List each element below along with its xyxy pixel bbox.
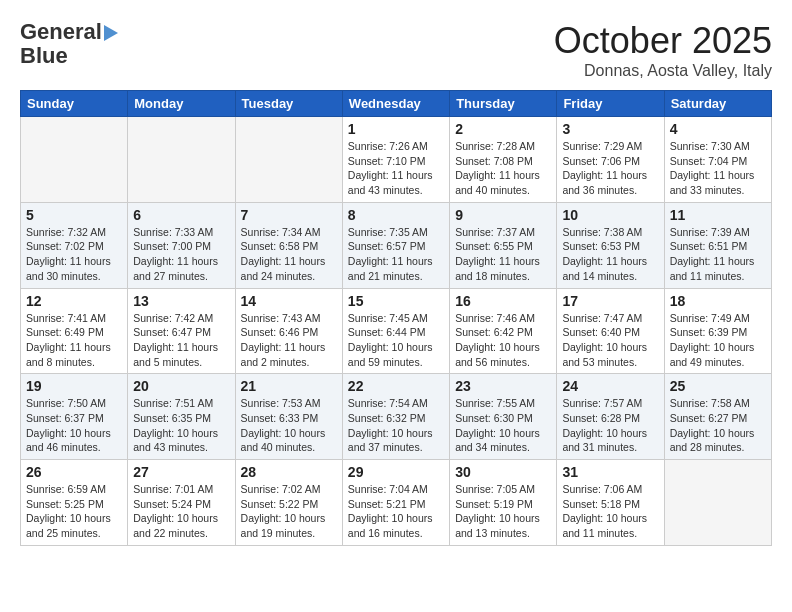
- calendar-cell: 7Sunrise: 7:34 AM Sunset: 6:58 PM Daylig…: [235, 202, 342, 288]
- calendar-cell: 17Sunrise: 7:47 AM Sunset: 6:40 PM Dayli…: [557, 288, 664, 374]
- calendar-cell: [128, 117, 235, 203]
- day-number: 17: [562, 293, 658, 309]
- day-number: 24: [562, 378, 658, 394]
- cell-info: Sunrise: 7:06 AM Sunset: 5:18 PM Dayligh…: [562, 482, 658, 541]
- cell-info: Sunrise: 7:28 AM Sunset: 7:08 PM Dayligh…: [455, 139, 551, 198]
- calendar-cell: 18Sunrise: 7:49 AM Sunset: 6:39 PM Dayli…: [664, 288, 771, 374]
- calendar-cell: 13Sunrise: 7:42 AM Sunset: 6:47 PM Dayli…: [128, 288, 235, 374]
- cell-info: Sunrise: 7:35 AM Sunset: 6:57 PM Dayligh…: [348, 225, 444, 284]
- weekday-header-row: SundayMondayTuesdayWednesdayThursdayFrid…: [21, 91, 772, 117]
- calendar-cell: 5Sunrise: 7:32 AM Sunset: 7:02 PM Daylig…: [21, 202, 128, 288]
- day-number: 13: [133, 293, 229, 309]
- day-number: 3: [562, 121, 658, 137]
- calendar-cell: 28Sunrise: 7:02 AM Sunset: 5:22 PM Dayli…: [235, 460, 342, 546]
- weekday-header-wednesday: Wednesday: [342, 91, 449, 117]
- day-number: 6: [133, 207, 229, 223]
- cell-info: Sunrise: 7:47 AM Sunset: 6:40 PM Dayligh…: [562, 311, 658, 370]
- calendar-cell: 27Sunrise: 7:01 AM Sunset: 5:24 PM Dayli…: [128, 460, 235, 546]
- calendar-week-row: 5Sunrise: 7:32 AM Sunset: 7:02 PM Daylig…: [21, 202, 772, 288]
- logo-general: General: [20, 20, 102, 44]
- calendar-cell: 15Sunrise: 7:45 AM Sunset: 6:44 PM Dayli…: [342, 288, 449, 374]
- cell-info: Sunrise: 7:46 AM Sunset: 6:42 PM Dayligh…: [455, 311, 551, 370]
- cell-info: Sunrise: 7:38 AM Sunset: 6:53 PM Dayligh…: [562, 225, 658, 284]
- location: Donnas, Aosta Valley, Italy: [554, 62, 772, 80]
- calendar-week-row: 19Sunrise: 7:50 AM Sunset: 6:37 PM Dayli…: [21, 374, 772, 460]
- cell-info: Sunrise: 7:05 AM Sunset: 5:19 PM Dayligh…: [455, 482, 551, 541]
- cell-info: Sunrise: 7:26 AM Sunset: 7:10 PM Dayligh…: [348, 139, 444, 198]
- calendar-week-row: 12Sunrise: 7:41 AM Sunset: 6:49 PM Dayli…: [21, 288, 772, 374]
- cell-info: Sunrise: 7:54 AM Sunset: 6:32 PM Dayligh…: [348, 396, 444, 455]
- calendar-cell: 24Sunrise: 7:57 AM Sunset: 6:28 PM Dayli…: [557, 374, 664, 460]
- day-number: 7: [241, 207, 337, 223]
- calendar-cell: 6Sunrise: 7:33 AM Sunset: 7:00 PM Daylig…: [128, 202, 235, 288]
- calendar-cell: 1Sunrise: 7:26 AM Sunset: 7:10 PM Daylig…: [342, 117, 449, 203]
- title-block: October 2025 Donnas, Aosta Valley, Italy: [554, 20, 772, 80]
- calendar-cell: 23Sunrise: 7:55 AM Sunset: 6:30 PM Dayli…: [450, 374, 557, 460]
- calendar-cell: 26Sunrise: 6:59 AM Sunset: 5:25 PM Dayli…: [21, 460, 128, 546]
- cell-info: Sunrise: 7:02 AM Sunset: 5:22 PM Dayligh…: [241, 482, 337, 541]
- calendar-cell: 10Sunrise: 7:38 AM Sunset: 6:53 PM Dayli…: [557, 202, 664, 288]
- calendar-cell: 25Sunrise: 7:58 AM Sunset: 6:27 PM Dayli…: [664, 374, 771, 460]
- calendar-table: SundayMondayTuesdayWednesdayThursdayFrid…: [20, 90, 772, 546]
- cell-info: Sunrise: 7:32 AM Sunset: 7:02 PM Dayligh…: [26, 225, 122, 284]
- calendar-cell: 2Sunrise: 7:28 AM Sunset: 7:08 PM Daylig…: [450, 117, 557, 203]
- calendar-cell: 3Sunrise: 7:29 AM Sunset: 7:06 PM Daylig…: [557, 117, 664, 203]
- logo-blue: Blue: [20, 44, 68, 68]
- day-number: 11: [670, 207, 766, 223]
- logo-arrow-icon: [104, 25, 118, 41]
- cell-info: Sunrise: 7:37 AM Sunset: 6:55 PM Dayligh…: [455, 225, 551, 284]
- calendar-cell: 19Sunrise: 7:50 AM Sunset: 6:37 PM Dayli…: [21, 374, 128, 460]
- calendar-cell: 12Sunrise: 7:41 AM Sunset: 6:49 PM Dayli…: [21, 288, 128, 374]
- day-number: 9: [455, 207, 551, 223]
- logo: General Blue: [20, 20, 118, 68]
- day-number: 22: [348, 378, 444, 394]
- calendar-cell: 21Sunrise: 7:53 AM Sunset: 6:33 PM Dayli…: [235, 374, 342, 460]
- calendar-cell: [235, 117, 342, 203]
- cell-info: Sunrise: 7:30 AM Sunset: 7:04 PM Dayligh…: [670, 139, 766, 198]
- cell-info: Sunrise: 7:34 AM Sunset: 6:58 PM Dayligh…: [241, 225, 337, 284]
- day-number: 16: [455, 293, 551, 309]
- calendar-cell: 9Sunrise: 7:37 AM Sunset: 6:55 PM Daylig…: [450, 202, 557, 288]
- day-number: 8: [348, 207, 444, 223]
- calendar-cell: 29Sunrise: 7:04 AM Sunset: 5:21 PM Dayli…: [342, 460, 449, 546]
- calendar-cell: 4Sunrise: 7:30 AM Sunset: 7:04 PM Daylig…: [664, 117, 771, 203]
- calendar-cell: 30Sunrise: 7:05 AM Sunset: 5:19 PM Dayli…: [450, 460, 557, 546]
- day-number: 30: [455, 464, 551, 480]
- cell-info: Sunrise: 7:55 AM Sunset: 6:30 PM Dayligh…: [455, 396, 551, 455]
- day-number: 12: [26, 293, 122, 309]
- calendar-cell: 31Sunrise: 7:06 AM Sunset: 5:18 PM Dayli…: [557, 460, 664, 546]
- day-number: 21: [241, 378, 337, 394]
- day-number: 10: [562, 207, 658, 223]
- day-number: 18: [670, 293, 766, 309]
- cell-info: Sunrise: 7:04 AM Sunset: 5:21 PM Dayligh…: [348, 482, 444, 541]
- cell-info: Sunrise: 7:43 AM Sunset: 6:46 PM Dayligh…: [241, 311, 337, 370]
- day-number: 19: [26, 378, 122, 394]
- cell-info: Sunrise: 7:50 AM Sunset: 6:37 PM Dayligh…: [26, 396, 122, 455]
- day-number: 5: [26, 207, 122, 223]
- day-number: 15: [348, 293, 444, 309]
- cell-info: Sunrise: 7:39 AM Sunset: 6:51 PM Dayligh…: [670, 225, 766, 284]
- weekday-header-tuesday: Tuesday: [235, 91, 342, 117]
- day-number: 2: [455, 121, 551, 137]
- cell-info: Sunrise: 7:53 AM Sunset: 6:33 PM Dayligh…: [241, 396, 337, 455]
- weekday-header-monday: Monday: [128, 91, 235, 117]
- calendar-cell: 11Sunrise: 7:39 AM Sunset: 6:51 PM Dayli…: [664, 202, 771, 288]
- day-number: 20: [133, 378, 229, 394]
- cell-info: Sunrise: 7:51 AM Sunset: 6:35 PM Dayligh…: [133, 396, 229, 455]
- weekday-header-thursday: Thursday: [450, 91, 557, 117]
- day-number: 25: [670, 378, 766, 394]
- month-title: October 2025: [554, 20, 772, 62]
- calendar-cell: 20Sunrise: 7:51 AM Sunset: 6:35 PM Dayli…: [128, 374, 235, 460]
- cell-info: Sunrise: 7:29 AM Sunset: 7:06 PM Dayligh…: [562, 139, 658, 198]
- cell-info: Sunrise: 7:41 AM Sunset: 6:49 PM Dayligh…: [26, 311, 122, 370]
- page-header: General Blue October 2025 Donnas, Aosta …: [20, 20, 772, 80]
- cell-info: Sunrise: 7:33 AM Sunset: 7:00 PM Dayligh…: [133, 225, 229, 284]
- day-number: 23: [455, 378, 551, 394]
- calendar-cell: 14Sunrise: 7:43 AM Sunset: 6:46 PM Dayli…: [235, 288, 342, 374]
- day-number: 26: [26, 464, 122, 480]
- cell-info: Sunrise: 7:49 AM Sunset: 6:39 PM Dayligh…: [670, 311, 766, 370]
- weekday-header-sunday: Sunday: [21, 91, 128, 117]
- day-number: 28: [241, 464, 337, 480]
- cell-info: Sunrise: 7:58 AM Sunset: 6:27 PM Dayligh…: [670, 396, 766, 455]
- cell-info: Sunrise: 7:45 AM Sunset: 6:44 PM Dayligh…: [348, 311, 444, 370]
